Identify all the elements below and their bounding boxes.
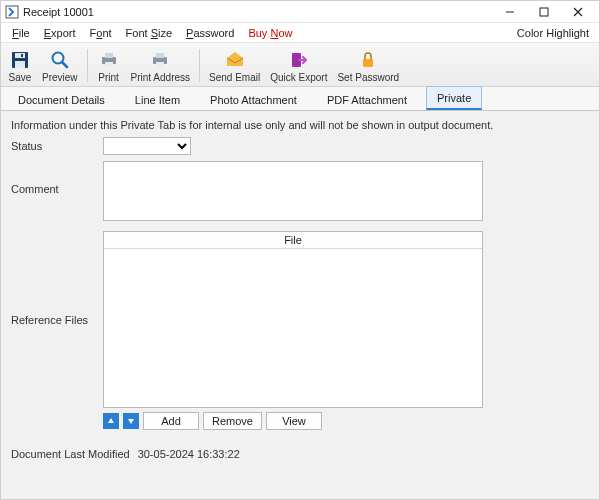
comment-label: Comment — [11, 161, 103, 195]
remove-button[interactable]: Remove — [203, 412, 262, 430]
maximize-button[interactable] — [527, 2, 561, 22]
titlebar: Receipt 10001 — [1, 1, 599, 23]
file-column-header: File — [104, 232, 482, 249]
svg-rect-18 — [363, 59, 373, 67]
close-button[interactable] — [561, 2, 595, 22]
toolbar-separator — [87, 49, 88, 82]
window-title: Receipt 10001 — [23, 6, 94, 18]
save-button[interactable]: Save — [3, 45, 37, 86]
info-text: Information under this Private Tab is fo… — [11, 119, 589, 131]
svg-rect-12 — [105, 53, 113, 58]
move-up-button[interactable] — [103, 413, 119, 429]
svg-rect-13 — [105, 62, 113, 67]
print-address-button[interactable]: Print Address — [126, 45, 195, 86]
svg-rect-16 — [156, 62, 164, 67]
menu-font[interactable]: Font — [83, 25, 119, 41]
window: Receipt 10001 File Export Font Font Size… — [0, 0, 600, 500]
app-icon — [5, 5, 19, 19]
save-icon — [10, 49, 30, 71]
envelope-icon — [225, 49, 245, 71]
menu-font-size[interactable]: Font Size — [119, 25, 179, 41]
print-button[interactable]: Print — [92, 45, 126, 86]
svg-rect-15 — [156, 53, 164, 58]
svg-rect-2 — [540, 8, 548, 16]
svg-line-10 — [62, 62, 67, 67]
tab-private[interactable]: Private — [426, 86, 482, 110]
lock-icon — [358, 49, 378, 71]
menu-password[interactable]: Password — [179, 25, 241, 41]
tabstrip: Document Details Line Item Photo Attachm… — [1, 87, 599, 111]
last-modified-label: Document Last Modified — [11, 448, 130, 460]
tab-pdf-attachment[interactable]: PDF Attachment — [316, 88, 418, 110]
tab-photo-attachment[interactable]: Photo Attachment — [199, 88, 308, 110]
reference-files-table[interactable]: File — [103, 231, 483, 408]
toolbar-separator — [199, 49, 200, 82]
printer-icon — [99, 49, 119, 71]
minimize-button[interactable] — [493, 2, 527, 22]
toolbar: Save Preview Print Print Address S — [1, 43, 599, 87]
menu-export[interactable]: Export — [37, 25, 83, 41]
move-down-button[interactable] — [123, 413, 139, 429]
reference-files-label: Reference Files — [11, 314, 103, 326]
status-select[interactable] — [103, 137, 191, 155]
quick-export-button[interactable]: Quick Export — [265, 45, 332, 86]
private-tab-panel: Information under this Private Tab is fo… — [1, 111, 599, 499]
send-email-button[interactable]: Send Email — [204, 45, 265, 86]
view-button[interactable]: View — [266, 412, 322, 430]
status-label: Status — [11, 137, 103, 152]
comment-textarea[interactable] — [103, 161, 483, 221]
file-list[interactable] — [104, 249, 482, 407]
preview-button[interactable]: Preview — [37, 45, 83, 86]
menu-file[interactable]: File — [5, 25, 37, 41]
svg-rect-8 — [21, 54, 23, 57]
search-icon — [50, 49, 70, 71]
tab-document-details[interactable]: Document Details — [7, 88, 116, 110]
export-icon — [289, 49, 309, 71]
svg-rect-7 — [15, 61, 25, 68]
svg-rect-6 — [15, 53, 25, 58]
last-modified-value: 30-05-2024 16:33:22 — [138, 448, 240, 460]
menubar: File Export Font Font Size Password Buy … — [1, 23, 599, 43]
add-button[interactable]: Add — [143, 412, 199, 430]
color-highlight-link[interactable]: Color Highlight — [511, 25, 595, 41]
printer-icon — [150, 49, 170, 71]
set-password-button[interactable]: Set Password — [332, 45, 404, 86]
tab-line-item[interactable]: Line Item — [124, 88, 191, 110]
menu-buy-now[interactable]: Buy Now — [241, 25, 299, 41]
